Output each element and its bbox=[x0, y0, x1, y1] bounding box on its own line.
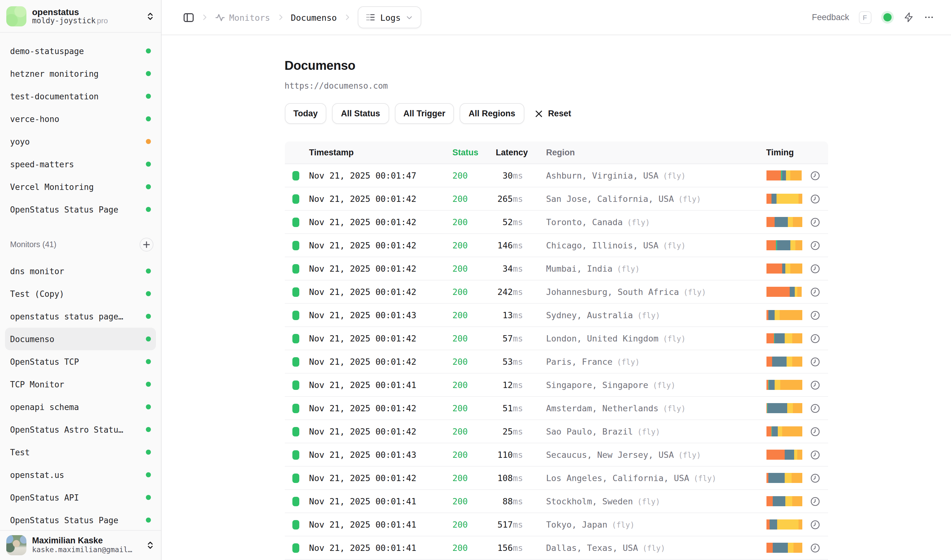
sidebar-item-label: Vercel Monitoring bbox=[10, 182, 94, 191]
table-row[interactable]: Nov 21, 2025 00:01:42 200 146ms Chicago,… bbox=[285, 234, 828, 257]
table-row[interactable]: Nov 21, 2025 00:01:42 200 25ms Sao Paulo… bbox=[285, 420, 828, 443]
column-header-latency[interactable]: Latency bbox=[496, 148, 546, 157]
main-area: Monitors Documenso Logs Feedback F bbox=[161, 0, 951, 560]
table-row[interactable]: Nov 21, 2025 00:01:41 200 12ms Singapore… bbox=[285, 374, 828, 397]
clock-icon[interactable] bbox=[802, 240, 828, 251]
monitors-section-label: Monitors (41) bbox=[10, 240, 56, 249]
table-row[interactable]: Nov 21, 2025 00:01:42 200 57ms London, U… bbox=[285, 327, 828, 350]
clock-icon[interactable] bbox=[802, 426, 828, 437]
trigger-filter-button[interactable]: All Trigger bbox=[394, 103, 454, 124]
clock-icon[interactable] bbox=[802, 333, 828, 344]
table-row[interactable]: Nov 21, 2025 00:01:42 200 51ms Amsterdam… bbox=[285, 397, 828, 420]
row-timestamp: Nov 21, 2025 00:01:42 bbox=[309, 333, 452, 343]
row-timestamp: Nov 21, 2025 00:01:43 bbox=[309, 310, 452, 320]
sidebar-monitor-documenso[interactable]: Documenso bbox=[5, 328, 155, 350]
sidebar-monitor-openstat-us[interactable]: openstat.us bbox=[5, 463, 155, 486]
sidebar-page-vercel-monitoring[interactable]: Vercel Monitoring bbox=[5, 175, 155, 198]
add-monitor-button[interactable] bbox=[139, 238, 153, 252]
sidebar-page-yoyo[interactable]: yoyo bbox=[5, 130, 155, 153]
sidebar-monitor-openapi-schema[interactable]: openapi schema bbox=[5, 395, 155, 418]
clock-icon[interactable] bbox=[802, 380, 828, 390]
sidebar-page-speed-matters[interactable]: speed-matters bbox=[5, 153, 155, 175]
column-header-region[interactable]: Region bbox=[546, 148, 766, 157]
status-filter-button[interactable]: All Status bbox=[332, 103, 389, 124]
row-status-code: 200 bbox=[452, 263, 496, 274]
status-dot-icon bbox=[146, 116, 151, 122]
org-name: openstatus bbox=[32, 6, 140, 17]
table-row[interactable]: Nov 21, 2025 00:01:41 200 88ms Stockholm… bbox=[285, 490, 828, 513]
sidebar-monitor-test-copy[interactable]: Test (Copy) bbox=[5, 282, 155, 305]
sidebar-monitor-test[interactable]: Test bbox=[5, 441, 155, 463]
feedback-link[interactable]: Feedback bbox=[812, 12, 849, 22]
clock-icon[interactable] bbox=[802, 193, 828, 204]
more-options-button[interactable] bbox=[923, 12, 934, 23]
row-timestamp: Nov 21, 2025 00:01:42 bbox=[309, 263, 452, 274]
regions-filter-button[interactable]: All Regions bbox=[460, 103, 525, 124]
row-status-indicator-icon bbox=[292, 217, 299, 227]
table-row[interactable]: Nov 21, 2025 00:01:43 200 110ms Secaucus… bbox=[285, 443, 828, 467]
clock-icon[interactable] bbox=[802, 356, 828, 367]
clock-icon[interactable] bbox=[802, 472, 828, 483]
table-row[interactable]: Nov 21, 2025 00:01:42 200 53ms Paris, Fr… bbox=[285, 350, 828, 374]
sidebar-page-verce-hono[interactable]: verce-hono bbox=[5, 108, 155, 130]
sidebar-page-openstatus-status-page[interactable]: OpenStatus Status Page bbox=[5, 198, 155, 221]
table-row[interactable]: Nov 21, 2025 00:01:42 200 265ms San Jose… bbox=[285, 188, 828, 211]
view-selector-button[interactable]: Logs bbox=[357, 6, 421, 28]
sidebar-monitor-dns-monitor[interactable]: dns monitor bbox=[5, 260, 155, 282]
sidebar-scroll-area[interactable]: demo-statuspage hetzner monitoring test-… bbox=[0, 33, 161, 530]
row-latency: 30ms bbox=[496, 171, 546, 180]
column-header-timestamp[interactable]: Timestamp bbox=[309, 148, 452, 157]
timing-bar bbox=[766, 357, 802, 367]
sidebar-monitor-openstatus-status-page[interactable]: OpenStatus Status Page bbox=[5, 509, 155, 530]
chevron-down-icon bbox=[406, 14, 413, 21]
sidebar-monitor-tcp-monitor[interactable]: TCP Monitor bbox=[5, 373, 155, 395]
table-row[interactable]: Nov 21, 2025 00:01:42 200 34ms Mumbai, I… bbox=[285, 257, 828, 280]
user-menu[interactable]: Maximilian Kaske kaske.maximilian@gmail… bbox=[0, 530, 161, 560]
sidebar-monitor-openstatus-status-page[interactable]: openstatus status page… bbox=[5, 305, 155, 328]
sidebar-item-label: OpenStatus TCP bbox=[10, 357, 79, 366]
clock-icon[interactable] bbox=[802, 286, 828, 297]
row-latency: 12ms bbox=[496, 380, 546, 390]
global-status-dot-icon[interactable] bbox=[883, 13, 891, 22]
clock-icon[interactable] bbox=[802, 449, 828, 460]
clock-icon[interactable] bbox=[802, 496, 828, 506]
row-status-code: 200 bbox=[452, 380, 496, 390]
status-dot-icon bbox=[146, 382, 151, 387]
clock-icon[interactable] bbox=[802, 310, 828, 320]
breadcrumb-monitor-name[interactable]: Documenso bbox=[291, 12, 337, 22]
org-switcher[interactable]: openstatus moldy-joystickpro bbox=[0, 0, 161, 33]
table-row[interactable]: Nov 21, 2025 00:01:42 200 52ms Toronto, … bbox=[285, 211, 828, 234]
clock-icon[interactable] bbox=[802, 263, 828, 274]
sidebar-toggle-button[interactable] bbox=[183, 12, 194, 23]
date-filter-button[interactable]: Today bbox=[285, 103, 327, 124]
table-row[interactable]: Nov 21, 2025 00:01:47 200 30ms Ashburn, … bbox=[285, 164, 828, 188]
clock-icon[interactable] bbox=[802, 170, 828, 181]
sidebar-item-label: demo-statuspage bbox=[10, 46, 84, 55]
row-status-code: 200 bbox=[452, 543, 496, 553]
clock-icon[interactable] bbox=[802, 217, 828, 227]
sidebar-monitor-openstatus-astro-statu[interactable]: OpenStatus Astro Statu… bbox=[5, 418, 155, 441]
sidebar-monitor-openstatus-api[interactable]: OpenStatus API bbox=[5, 486, 155, 509]
table-row[interactable]: Nov 21, 2025 00:01:41 200 156ms Dallas, … bbox=[285, 537, 828, 560]
table-row[interactable]: Nov 21, 2025 00:01:43 200 13ms Sydney, A… bbox=[285, 304, 828, 327]
sidebar-page-demo-statuspage[interactable]: demo-statuspage bbox=[5, 40, 155, 62]
row-status-indicator-icon bbox=[292, 380, 299, 389]
reset-filters-button[interactable]: Reset bbox=[534, 109, 571, 118]
table-row[interactable]: Nov 21, 2025 00:01:42 200 108ms Los Ange… bbox=[285, 467, 828, 490]
clock-icon[interactable] bbox=[802, 519, 828, 530]
breadcrumb-monitors[interactable]: Monitors bbox=[215, 12, 270, 22]
row-status-indicator-icon bbox=[292, 403, 299, 413]
table-row[interactable]: Nov 21, 2025 00:01:41 200 517ms Tokyo, J… bbox=[285, 513, 828, 537]
command-button[interactable] bbox=[903, 12, 914, 23]
column-header-timing[interactable]: Timing bbox=[766, 148, 802, 157]
table-row[interactable]: Nov 21, 2025 00:01:42 200 242ms Johannes… bbox=[285, 280, 828, 304]
logs-icon bbox=[366, 12, 375, 22]
sidebar-page-hetzner-monitoring[interactable]: hetzner monitoring bbox=[5, 62, 155, 85]
sidebar-page-test-documentation[interactable]: test-documentation bbox=[5, 85, 155, 108]
clock-icon[interactable] bbox=[802, 403, 828, 414]
column-header-status[interactable]: Status bbox=[452, 148, 496, 157]
sidebar-monitor-openstatus-tcp[interactable]: OpenStatus TCP bbox=[5, 350, 155, 373]
user-meta: Maximilian Kaske kaske.maximilian@gmail… bbox=[32, 536, 140, 555]
row-latency: 156ms bbox=[496, 543, 546, 553]
clock-icon[interactable] bbox=[802, 542, 828, 553]
